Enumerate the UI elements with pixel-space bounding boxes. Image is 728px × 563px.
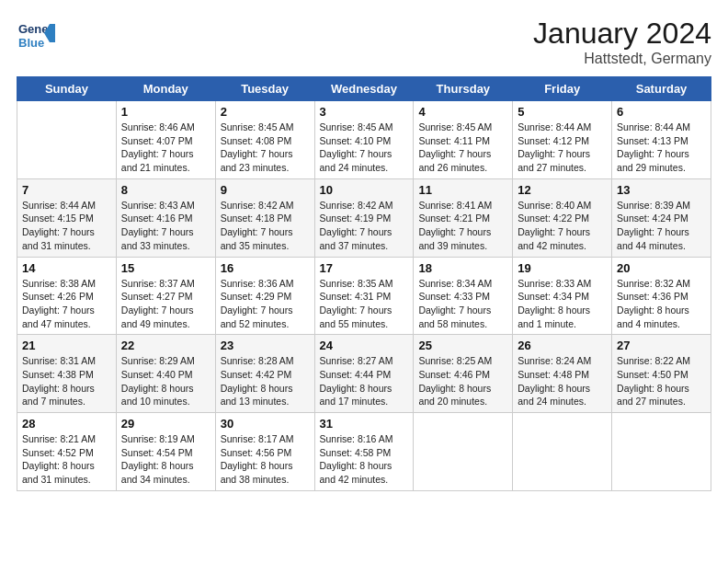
logo: General Blue: [17, 17, 55, 59]
day-number: 1: [121, 105, 210, 119]
day-number: 13: [617, 183, 706, 197]
day-detail: Sunrise: 8:25 AMSunset: 4:46 PMDaylight:…: [418, 354, 507, 408]
day-number: 8: [121, 183, 210, 197]
calendar-week-row: 7Sunrise: 8:44 AMSunset: 4:15 PMDaylight…: [17, 178, 711, 257]
calendar-cell: [17, 101, 117, 179]
calendar-cell: 27Sunrise: 8:22 AMSunset: 4:50 PMDayligh…: [612, 335, 711, 413]
day-detail: Sunrise: 8:35 AMSunset: 4:31 PMDaylight:…: [320, 277, 409, 331]
calendar-cell: 30Sunrise: 8:17 AMSunset: 4:56 PMDayligh…: [215, 413, 314, 491]
svg-text:Blue: Blue: [18, 36, 44, 50]
calendar-cell: 13Sunrise: 8:39 AMSunset: 4:24 PMDayligh…: [612, 178, 711, 257]
calendar-cell: 10Sunrise: 8:42 AMSunset: 4:19 PMDayligh…: [314, 178, 414, 257]
day-number: 23: [221, 339, 310, 352]
day-number: 17: [320, 261, 409, 275]
day-detail: Sunrise: 8:34 AMSunset: 4:33 PMDaylight:…: [418, 277, 507, 331]
day-detail: Sunrise: 8:44 AMSunset: 4:15 PMDaylight:…: [22, 199, 111, 253]
calendar-cell: 26Sunrise: 8:24 AMSunset: 4:48 PMDayligh…: [513, 335, 612, 413]
day-detail: Sunrise: 8:31 AMSunset: 4:38 PMDaylight:…: [22, 354, 111, 408]
day-number: 5: [518, 105, 607, 119]
calendar-cell: 6Sunrise: 8:44 AMSunset: 4:13 PMDaylight…: [612, 101, 711, 179]
day-header-wednesday: Wednesday: [314, 77, 414, 101]
calendar-cell: 14Sunrise: 8:38 AMSunset: 4:26 PMDayligh…: [17, 257, 117, 335]
day-header-thursday: Thursday: [414, 77, 513, 101]
day-detail: Sunrise: 8:29 AMSunset: 4:40 PMDaylight:…: [121, 354, 210, 408]
day-number: 7: [22, 183, 111, 197]
day-number: 18: [418, 261, 507, 275]
day-number: 16: [221, 261, 310, 275]
day-number: 26: [518, 339, 607, 352]
calendar-cell: 8Sunrise: 8:43 AMSunset: 4:16 PMDaylight…: [116, 178, 215, 257]
day-number: 19: [518, 261, 607, 275]
day-number: 12: [518, 183, 607, 197]
day-detail: Sunrise: 8:36 AMSunset: 4:29 PMDaylight:…: [221, 277, 310, 331]
logo-icon: General Blue: [17, 17, 55, 55]
month-title: January 2024: [533, 17, 711, 51]
day-number: 6: [617, 105, 706, 119]
day-number: 30: [221, 417, 310, 431]
day-number: 4: [418, 105, 507, 119]
calendar-cell: 12Sunrise: 8:40 AMSunset: 4:22 PMDayligh…: [513, 178, 612, 257]
calendar-cell: 1Sunrise: 8:46 AMSunset: 4:07 PMDaylight…: [116, 101, 215, 179]
day-number: 22: [121, 339, 210, 352]
day-detail: Sunrise: 8:44 AMSunset: 4:13 PMDaylight:…: [617, 121, 706, 175]
day-detail: Sunrise: 8:44 AMSunset: 4:12 PMDaylight:…: [518, 121, 607, 175]
day-number: 20: [617, 261, 706, 275]
day-detail: Sunrise: 8:39 AMSunset: 4:24 PMDaylight:…: [617, 199, 706, 253]
header: General Blue January 2024 Hattstedt, Ger…: [17, 17, 711, 67]
calendar-cell: 28Sunrise: 8:21 AMSunset: 4:52 PMDayligh…: [17, 413, 117, 491]
day-detail: Sunrise: 8:37 AMSunset: 4:27 PMDaylight:…: [121, 277, 210, 331]
day-detail: Sunrise: 8:42 AMSunset: 4:18 PMDaylight:…: [221, 199, 310, 253]
day-detail: Sunrise: 8:42 AMSunset: 4:19 PMDaylight:…: [320, 199, 409, 253]
calendar-cell: 7Sunrise: 8:44 AMSunset: 4:15 PMDaylight…: [17, 178, 117, 257]
day-number: 25: [418, 339, 507, 352]
calendar-cell: 9Sunrise: 8:42 AMSunset: 4:18 PMDaylight…: [215, 178, 314, 257]
calendar-week-row: 1Sunrise: 8:46 AMSunset: 4:07 PMDaylight…: [17, 101, 711, 179]
day-detail: Sunrise: 8:19 AMSunset: 4:54 PMDaylight:…: [121, 432, 210, 487]
calendar-cell: [612, 413, 711, 491]
calendar-cell: 21Sunrise: 8:31 AMSunset: 4:38 PMDayligh…: [17, 335, 117, 413]
day-header-sunday: Sunday: [17, 77, 117, 101]
calendar-cell: 25Sunrise: 8:25 AMSunset: 4:46 PMDayligh…: [414, 335, 513, 413]
day-number: 21: [22, 339, 111, 352]
calendar-cell: 31Sunrise: 8:16 AMSunset: 4:58 PMDayligh…: [314, 413, 414, 491]
day-detail: Sunrise: 8:28 AMSunset: 4:42 PMDaylight:…: [221, 354, 310, 408]
calendar-cell: 29Sunrise: 8:19 AMSunset: 4:54 PMDayligh…: [116, 413, 215, 491]
day-header-tuesday: Tuesday: [215, 77, 314, 101]
day-detail: Sunrise: 8:16 AMSunset: 4:58 PMDaylight:…: [320, 432, 409, 487]
day-header-saturday: Saturday: [612, 77, 711, 101]
calendar-cell: 18Sunrise: 8:34 AMSunset: 4:33 PMDayligh…: [414, 257, 513, 335]
day-detail: Sunrise: 8:17 AMSunset: 4:56 PMDaylight:…: [221, 432, 310, 487]
calendar-cell: 17Sunrise: 8:35 AMSunset: 4:31 PMDayligh…: [314, 257, 414, 335]
day-detail: Sunrise: 8:33 AMSunset: 4:34 PMDaylight:…: [518, 277, 607, 331]
day-detail: Sunrise: 8:38 AMSunset: 4:26 PMDaylight:…: [22, 277, 111, 331]
calendar-cell: 2Sunrise: 8:45 AMSunset: 4:08 PMDaylight…: [215, 101, 314, 179]
calendar-week-row: 14Sunrise: 8:38 AMSunset: 4:26 PMDayligh…: [17, 257, 711, 335]
calendar-cell: 15Sunrise: 8:37 AMSunset: 4:27 PMDayligh…: [116, 257, 215, 335]
day-detail: Sunrise: 8:22 AMSunset: 4:50 PMDaylight:…: [617, 354, 706, 408]
day-detail: Sunrise: 8:43 AMSunset: 4:16 PMDaylight:…: [121, 199, 210, 253]
calendar-cell: 20Sunrise: 8:32 AMSunset: 4:36 PMDayligh…: [612, 257, 711, 335]
day-detail: Sunrise: 8:45 AMSunset: 4:08 PMDaylight:…: [221, 121, 310, 175]
day-detail: Sunrise: 8:40 AMSunset: 4:22 PMDaylight:…: [518, 199, 607, 253]
day-detail: Sunrise: 8:32 AMSunset: 4:36 PMDaylight:…: [617, 277, 706, 331]
day-detail: Sunrise: 8:41 AMSunset: 4:21 PMDaylight:…: [418, 199, 507, 253]
calendar-cell: 4Sunrise: 8:45 AMSunset: 4:11 PMDaylight…: [414, 101, 513, 179]
calendar-cell: [513, 413, 612, 491]
day-detail: Sunrise: 8:21 AMSunset: 4:52 PMDaylight:…: [22, 432, 111, 487]
day-header-friday: Friday: [513, 77, 612, 101]
calendar-cell: 16Sunrise: 8:36 AMSunset: 4:29 PMDayligh…: [215, 257, 314, 335]
calendar-cell: 19Sunrise: 8:33 AMSunset: 4:34 PMDayligh…: [513, 257, 612, 335]
calendar-week-row: 21Sunrise: 8:31 AMSunset: 4:38 PMDayligh…: [17, 335, 711, 413]
calendar-cell: 11Sunrise: 8:41 AMSunset: 4:21 PMDayligh…: [414, 178, 513, 257]
day-number: 3: [320, 105, 409, 119]
day-number: 28: [22, 417, 111, 431]
day-header-monday: Monday: [116, 77, 215, 101]
calendar-cell: 23Sunrise: 8:28 AMSunset: 4:42 PMDayligh…: [215, 335, 314, 413]
calendar-cell: 22Sunrise: 8:29 AMSunset: 4:40 PMDayligh…: [116, 335, 215, 413]
day-detail: Sunrise: 8:45 AMSunset: 4:10 PMDaylight:…: [320, 121, 409, 175]
calendar-cell: [414, 413, 513, 491]
day-number: 15: [121, 261, 210, 275]
day-detail: Sunrise: 8:45 AMSunset: 4:11 PMDaylight:…: [418, 121, 507, 175]
day-number: 29: [121, 417, 210, 431]
day-detail: Sunrise: 8:27 AMSunset: 4:44 PMDaylight:…: [320, 354, 409, 408]
